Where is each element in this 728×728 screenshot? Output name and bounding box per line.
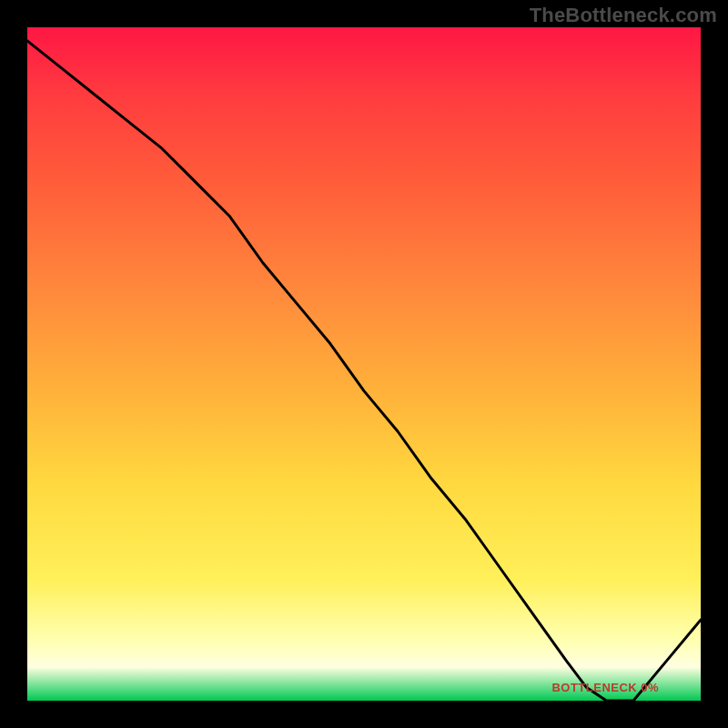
optimal-point-label: BOTTLENECK 0% [551,681,659,694]
chart-frame: TheBottleneck.com BOTTLENECK 0% [0,0,728,728]
bottleneck-curve [27,41,701,701]
curve-svg [27,27,701,701]
plot-area: BOTTLENECK 0% [27,27,701,701]
watermark-label: TheBottleneck.com [530,4,717,27]
